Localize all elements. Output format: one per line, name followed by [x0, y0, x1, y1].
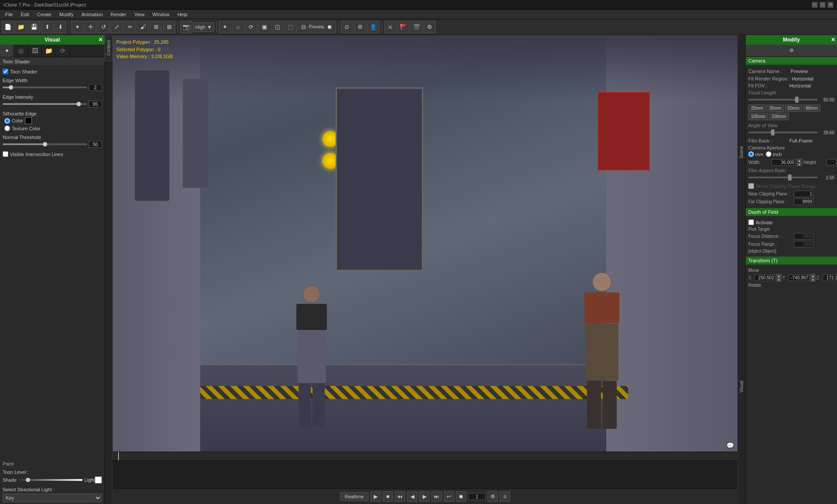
save-btn[interactable]: 💾 — [28, 21, 40, 33]
brush-btn[interactable]: ✏ — [124, 21, 136, 33]
light-btn[interactable]: ✦ — [219, 21, 231, 33]
focal-200mm[interactable]: 200mm — [769, 113, 788, 120]
edge-width-track[interactable] — [3, 87, 87, 88]
aperture-inch-radio[interactable] — [766, 151, 771, 157]
timeline-marker[interactable] — [118, 452, 119, 460]
quality-dropdown[interactable]: High ▼ — [193, 22, 214, 32]
play-btn[interactable]: ▶ — [370, 491, 381, 502]
width-down[interactable]: ▼ — [797, 163, 802, 166]
menu-modify[interactable]: Modify — [56, 11, 77, 18]
scene-tab[interactable]: Scene — [739, 35, 744, 270]
aov-slider-track[interactable] — [748, 132, 818, 133]
focal-slider-thumb[interactable] — [795, 97, 799, 103]
tab-image[interactable]: 🖼 — [28, 45, 42, 57]
x-down[interactable]: ▼ — [776, 278, 781, 282]
clipping-plane-checkbox[interactable] — [748, 183, 754, 189]
edge-intensity-track[interactable] — [3, 103, 87, 105]
color-swatch[interactable] — [25, 117, 32, 124]
dof-section-divider[interactable]: Depth of Field — [746, 208, 837, 216]
aspect-slider-track[interactable] — [748, 177, 818, 178]
focal-slider-track[interactable] — [748, 99, 818, 101]
stop-btn[interactable]: ■ — [382, 491, 393, 502]
normal-threshold-track[interactable] — [3, 143, 87, 145]
y-down[interactable]: ▼ — [810, 278, 816, 282]
normal-threshold-value[interactable] — [89, 141, 102, 148]
texture-radio[interactable] — [4, 125, 10, 131]
next-frame-btn[interactable]: ⏭ — [431, 491, 442, 502]
camera-btn[interactable]: 📷 — [180, 21, 192, 33]
menu-file[interactable]: File — [2, 11, 17, 18]
move-btn[interactable]: ✛ — [84, 21, 97, 33]
transform-section-divider[interactable]: Transform (T) — [746, 257, 837, 264]
edge-intensity-value[interactable] — [89, 101, 102, 108]
far-clipping-input[interactable] — [794, 198, 813, 205]
maximize-btn[interactable]: □ — [820, 2, 826, 8]
x-up[interactable]: ▲ — [776, 274, 781, 278]
char4-btn[interactable]: ⚙ — [424, 21, 436, 33]
open-btn[interactable]: 📁 — [15, 21, 27, 33]
menu-create[interactable]: Create — [34, 11, 55, 18]
new-btn[interactable]: 📄 — [2, 21, 14, 33]
aov-slider-thumb[interactable] — [771, 129, 774, 136]
camera-section-divider[interactable]: Camera — [746, 57, 837, 65]
width-input[interactable] — [771, 159, 795, 166]
edge-intensity-thumb[interactable] — [76, 102, 81, 106]
tab-folder[interactable]: 📁 — [42, 45, 56, 57]
focal-35mm[interactable]: 35mm — [767, 104, 784, 112]
shade-light-slider[interactable] — [18, 479, 83, 481]
normal-threshold-thumb[interactable] — [43, 142, 47, 146]
directional-light-select[interactable]: Key — [3, 494, 102, 502]
prev-btn[interactable]: ◀ — [407, 491, 417, 502]
dof-activate-checkbox[interactable] — [748, 219, 754, 225]
record-btn[interactable]: ⏺ — [324, 21, 336, 33]
visual-panel-close[interactable]: ✕ — [98, 37, 103, 43]
edge-width-value[interactable] — [89, 84, 102, 91]
toon-shader-section-header[interactable]: Toon Shader — [0, 57, 104, 66]
rotate-btn[interactable]: ↺ — [97, 21, 110, 33]
paint-btn[interactable]: 🖌 — [137, 21, 149, 33]
char2-btn[interactable]: 🚩 — [397, 21, 410, 33]
viewport-corner-icon[interactable]: 💬 — [726, 442, 734, 449]
aspect-slider-thumb[interactable] — [788, 174, 792, 181]
view3-btn[interactable]: ⬚ — [285, 21, 297, 33]
tab-move[interactable]: ◎ — [14, 45, 28, 57]
content-tab[interactable]: Content — [104, 35, 113, 61]
timeline-ruler[interactable] — [113, 452, 737, 461]
visible-intersection-checkbox[interactable] — [3, 151, 8, 157]
menu-render[interactable]: Render — [107, 11, 130, 18]
modify-close[interactable]: ✕ — [831, 37, 835, 43]
home-btn[interactable]: ⌂ — [232, 21, 244, 33]
color-radio[interactable] — [4, 118, 10, 124]
toon-shader-checkbox[interactable] — [3, 69, 8, 74]
z-input[interactable] — [823, 275, 837, 281]
minimize-btn[interactable]: ─ — [812, 2, 818, 8]
anim2-btn[interactable]: ⚙ — [354, 21, 366, 33]
view4-btn[interactable]: ⊟ — [298, 21, 310, 33]
view1-btn[interactable]: ▣ — [258, 21, 271, 33]
menu-view[interactable]: View — [131, 11, 148, 18]
modify-settings-tab[interactable]: ⚙ — [746, 45, 837, 57]
focus-range-input[interactable] — [794, 241, 813, 247]
view2-btn[interactable]: ◫ — [271, 21, 284, 33]
focal-20mm[interactable]: 20mm — [748, 104, 766, 112]
tab-select[interactable]: ✦ — [0, 45, 14, 57]
tool6[interactable]: ⊠ — [163, 21, 175, 33]
preview-btn[interactable]: Preview — [311, 21, 323, 33]
x-input[interactable] — [754, 275, 775, 281]
height-input[interactable] — [827, 159, 837, 166]
near-clipping-input[interactable] — [794, 191, 813, 197]
edge-width-thumb[interactable] — [9, 85, 13, 90]
char3-btn[interactable]: 🎬 — [410, 21, 423, 33]
settings-btn[interactable]: ⚙ — [487, 491, 498, 502]
menu-help[interactable]: Help — [174, 11, 191, 18]
menu-edit[interactable]: Edit — [17, 11, 33, 18]
focal-105mm[interactable]: 105mm — [748, 113, 768, 120]
import-btn[interactable]: ⬆ — [41, 21, 53, 33]
viewport[interactable]: Project Polygon : 25,285 Selected Polygo… — [113, 35, 737, 452]
select-btn[interactable]: ✦ — [71, 21, 83, 33]
tool5[interactable]: ⊞ — [150, 21, 162, 33]
prev-frame-btn[interactable]: ⏮ — [395, 491, 405, 502]
y-up[interactable]: ▲ — [810, 274, 816, 278]
shade-light-thumb[interactable] — [26, 478, 30, 482]
frame-input[interactable] — [468, 493, 486, 500]
